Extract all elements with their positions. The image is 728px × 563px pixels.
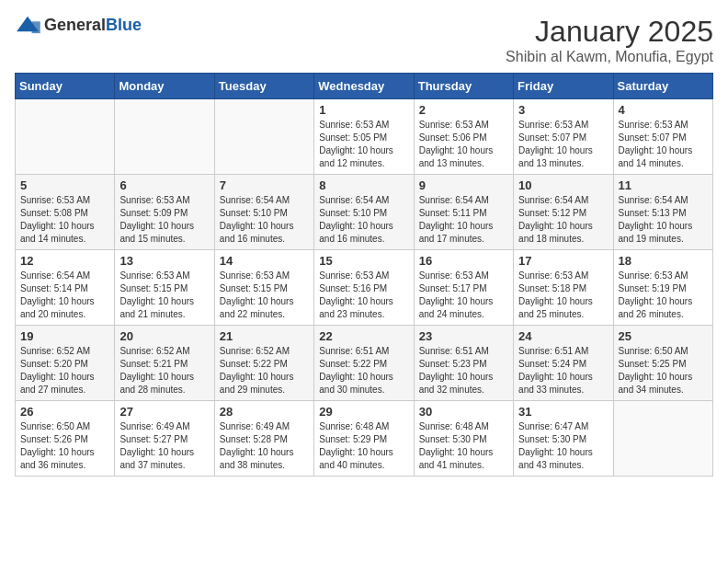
day-number: 19: [20, 329, 109, 343]
day-info: Sunrise: 6:48 AM Sunset: 5:30 PM Dayligh…: [419, 420, 508, 472]
page-header: GeneralBlue January 2025 Shibin al Kawm,…: [15, 15, 713, 65]
day-info: Sunrise: 6:54 AM Sunset: 5:13 PM Dayligh…: [619, 194, 708, 246]
day-number: 31: [518, 405, 608, 419]
day-number: 25: [619, 329, 708, 343]
calendar-day-cell: 27Sunrise: 6:49 AM Sunset: 5:27 PM Dayli…: [115, 401, 214, 477]
day-number: 14: [220, 254, 309, 268]
day-info: Sunrise: 6:51 AM Sunset: 5:24 PM Dayligh…: [518, 345, 608, 396]
calendar-day-cell: [613, 401, 712, 477]
day-number: 4: [619, 103, 708, 117]
day-number: 26: [20, 405, 109, 419]
day-info: Sunrise: 6:53 AM Sunset: 5:19 PM Dayligh…: [619, 270, 708, 321]
day-info: Sunrise: 6:49 AM Sunset: 5:28 PM Dayligh…: [220, 420, 309, 472]
calendar-day-cell: 3Sunrise: 6:53 AM Sunset: 5:07 PM Daylig…: [514, 99, 613, 175]
calendar-day-cell: 20Sunrise: 6:52 AM Sunset: 5:21 PM Dayli…: [115, 326, 214, 401]
day-info: Sunrise: 6:53 AM Sunset: 5:15 PM Dayligh…: [119, 270, 209, 321]
weekday-header: Thursday: [414, 74, 513, 99]
calendar-week-row: 12Sunrise: 6:54 AM Sunset: 5:14 PM Dayli…: [16, 250, 713, 326]
sub-title: Shibin al Kawm, Monufia, Egypt: [506, 49, 713, 65]
day-number: 30: [419, 405, 508, 419]
calendar-day-cell: 7Sunrise: 6:54 AM Sunset: 5:10 PM Daylig…: [214, 175, 313, 250]
day-number: 21: [220, 329, 309, 343]
day-info: Sunrise: 6:52 AM Sunset: 5:22 PM Dayligh…: [220, 345, 309, 396]
day-info: Sunrise: 6:48 AM Sunset: 5:29 PM Dayligh…: [319, 420, 408, 472]
day-info: Sunrise: 6:50 AM Sunset: 5:25 PM Dayligh…: [619, 345, 708, 396]
main-title: January 2025: [506, 15, 713, 49]
calendar-day-cell: 9Sunrise: 6:54 AM Sunset: 5:11 PM Daylig…: [414, 175, 513, 250]
calendar-week-row: 19Sunrise: 6:52 AM Sunset: 5:20 PM Dayli…: [16, 326, 713, 401]
calendar-week-row: 1Sunrise: 6:53 AM Sunset: 5:05 PM Daylig…: [16, 99, 713, 175]
weekday-header: Friday: [514, 74, 613, 99]
day-number: 10: [518, 178, 608, 192]
calendar-day-cell: 1Sunrise: 6:53 AM Sunset: 5:05 PM Daylig…: [314, 99, 414, 175]
day-number: 6: [119, 178, 209, 192]
calendar-day-cell: [16, 99, 115, 175]
day-info: Sunrise: 6:54 AM Sunset: 5:10 PM Dayligh…: [220, 194, 309, 246]
calendar: SundayMondayTuesdayWednesdayThursdayFrid…: [15, 73, 713, 477]
svg-marker-1: [32, 21, 40, 33]
calendar-day-cell: 6Sunrise: 6:53 AM Sunset: 5:09 PM Daylig…: [115, 175, 214, 250]
logo: GeneralBlue: [15, 15, 142, 35]
calendar-day-cell: 25Sunrise: 6:50 AM Sunset: 5:25 PM Dayli…: [613, 326, 712, 401]
day-info: Sunrise: 6:53 AM Sunset: 5:05 PM Dayligh…: [319, 119, 408, 170]
calendar-day-cell: 5Sunrise: 6:53 AM Sunset: 5:08 PM Daylig…: [16, 175, 115, 250]
day-number: 7: [220, 178, 309, 192]
day-info: Sunrise: 6:53 AM Sunset: 5:08 PM Dayligh…: [20, 194, 109, 246]
day-number: 22: [319, 329, 408, 343]
calendar-day-cell: 21Sunrise: 6:52 AM Sunset: 5:22 PM Dayli…: [214, 326, 313, 401]
day-info: Sunrise: 6:53 AM Sunset: 5:18 PM Dayligh…: [518, 270, 608, 321]
day-info: Sunrise: 6:51 AM Sunset: 5:23 PM Dayligh…: [419, 345, 508, 396]
weekday-header: Saturday: [613, 74, 712, 99]
calendar-day-cell: 22Sunrise: 6:51 AM Sunset: 5:22 PM Dayli…: [314, 326, 414, 401]
day-info: Sunrise: 6:54 AM Sunset: 5:11 PM Dayligh…: [419, 194, 508, 246]
weekday-header: Sunday: [16, 74, 115, 99]
weekday-header: Monday: [115, 74, 214, 99]
calendar-day-cell: 18Sunrise: 6:53 AM Sunset: 5:19 PM Dayli…: [613, 250, 712, 326]
day-info: Sunrise: 6:53 AM Sunset: 5:17 PM Dayligh…: [419, 270, 508, 321]
weekday-header: Wednesday: [314, 74, 414, 99]
calendar-day-cell: 31Sunrise: 6:47 AM Sunset: 5:30 PM Dayli…: [514, 401, 613, 477]
logo-general: General: [44, 16, 106, 34]
calendar-day-cell: 19Sunrise: 6:52 AM Sunset: 5:20 PM Dayli…: [16, 326, 115, 401]
calendar-day-cell: [214, 99, 313, 175]
day-info: Sunrise: 6:50 AM Sunset: 5:26 PM Dayligh…: [20, 420, 109, 472]
calendar-day-cell: 2Sunrise: 6:53 AM Sunset: 5:06 PM Daylig…: [414, 99, 513, 175]
calendar-day-cell: 15Sunrise: 6:53 AM Sunset: 5:16 PM Dayli…: [314, 250, 414, 326]
calendar-day-cell: 4Sunrise: 6:53 AM Sunset: 5:07 PM Daylig…: [613, 99, 712, 175]
calendar-day-cell: 24Sunrise: 6:51 AM Sunset: 5:24 PM Dayli…: [514, 326, 613, 401]
day-number: 8: [319, 178, 408, 192]
day-info: Sunrise: 6:53 AM Sunset: 5:16 PM Dayligh…: [319, 270, 408, 321]
day-number: 5: [20, 178, 109, 192]
calendar-header-row: SundayMondayTuesdayWednesdayThursdayFrid…: [16, 74, 713, 99]
calendar-week-row: 26Sunrise: 6:50 AM Sunset: 5:26 PM Dayli…: [16, 401, 713, 477]
day-info: Sunrise: 6:51 AM Sunset: 5:22 PM Dayligh…: [319, 345, 408, 396]
calendar-day-cell: [115, 99, 214, 175]
day-info: Sunrise: 6:52 AM Sunset: 5:20 PM Dayligh…: [20, 345, 109, 396]
calendar-day-cell: 26Sunrise: 6:50 AM Sunset: 5:26 PM Dayli…: [16, 401, 115, 477]
day-info: Sunrise: 6:53 AM Sunset: 5:09 PM Dayligh…: [119, 194, 209, 246]
calendar-day-cell: 16Sunrise: 6:53 AM Sunset: 5:17 PM Dayli…: [414, 250, 513, 326]
day-info: Sunrise: 6:54 AM Sunset: 5:12 PM Dayligh…: [518, 194, 608, 246]
calendar-day-cell: 10Sunrise: 6:54 AM Sunset: 5:12 PM Dayli…: [514, 175, 613, 250]
day-info: Sunrise: 6:53 AM Sunset: 5:06 PM Dayligh…: [419, 119, 508, 170]
title-section: January 2025 Shibin al Kawm, Monufia, Eg…: [506, 15, 713, 65]
day-number: 12: [20, 254, 109, 268]
day-number: 11: [619, 178, 708, 192]
day-info: Sunrise: 6:54 AM Sunset: 5:10 PM Dayligh…: [319, 194, 408, 246]
calendar-day-cell: 11Sunrise: 6:54 AM Sunset: 5:13 PM Dayli…: [613, 175, 712, 250]
day-number: 17: [518, 254, 608, 268]
calendar-week-row: 5Sunrise: 6:53 AM Sunset: 5:08 PM Daylig…: [16, 175, 713, 250]
calendar-day-cell: 30Sunrise: 6:48 AM Sunset: 5:30 PM Dayli…: [414, 401, 513, 477]
day-info: Sunrise: 6:53 AM Sunset: 5:07 PM Dayligh…: [619, 119, 708, 170]
logo-icon: [15, 15, 40, 35]
calendar-day-cell: 13Sunrise: 6:53 AM Sunset: 5:15 PM Dayli…: [115, 250, 214, 326]
day-number: 24: [518, 329, 608, 343]
calendar-day-cell: 23Sunrise: 6:51 AM Sunset: 5:23 PM Dayli…: [414, 326, 513, 401]
calendar-day-cell: 17Sunrise: 6:53 AM Sunset: 5:18 PM Dayli…: [514, 250, 613, 326]
calendar-day-cell: 8Sunrise: 6:54 AM Sunset: 5:10 PM Daylig…: [314, 175, 414, 250]
logo-blue: Blue: [106, 16, 142, 34]
day-info: Sunrise: 6:52 AM Sunset: 5:21 PM Dayligh…: [119, 345, 209, 396]
day-info: Sunrise: 6:53 AM Sunset: 5:07 PM Dayligh…: [518, 119, 608, 170]
day-number: 28: [220, 405, 309, 419]
day-number: 3: [518, 103, 608, 117]
